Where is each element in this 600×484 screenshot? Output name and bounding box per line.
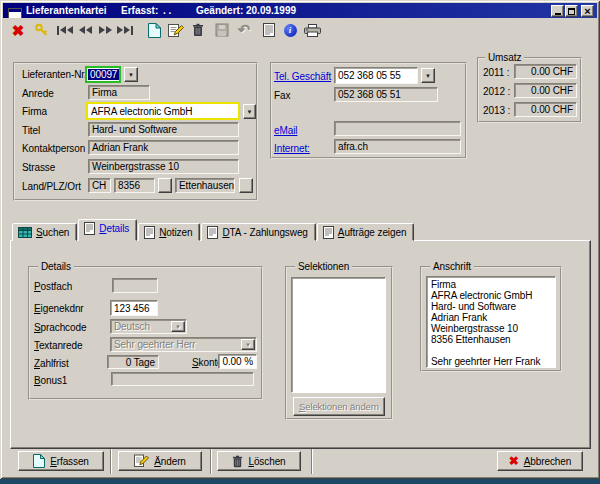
textanrede-combo[interactable]: Sehr geehrter Herr ▼ (110, 337, 257, 352)
info-button[interactable]: i (280, 19, 300, 41)
chevron-down-icon: ▼ (245, 342, 251, 348)
tab-auftraege-zeigen-label: Aufträge zeigen (338, 227, 407, 238)
tab-dta-zahlungsweg[interactable]: DTA - Zahlungsweg (201, 223, 315, 241)
firma-label: Firma (22, 106, 47, 117)
undo-button[interactable]: ↶ (233, 19, 255, 41)
umsatz-value-2012: 0.00 CHF (514, 83, 577, 98)
sprachcode-dropdown-button[interactable]: ▼ (171, 321, 185, 332)
cancel-icon: ✖ (12, 23, 25, 38)
anrede-field[interactable]: Firma (88, 85, 150, 100)
land-plz-ort-label: Land/PLZ/Ort (22, 181, 81, 192)
internet-link[interactable]: Internet: (274, 143, 310, 154)
previous-record-icon (79, 26, 85, 34)
umsatz-year-2012: 2012 : (483, 86, 510, 97)
new-document-icon (148, 23, 161, 38)
tel-dropdown-button[interactable]: ▼ (421, 68, 435, 83)
selektionen-listbox[interactable] (291, 277, 386, 393)
postfach-field[interactable] (112, 278, 158, 293)
bonus1-field[interactable] (111, 372, 254, 386)
umsatz-title: Umsatz (485, 52, 524, 63)
new-record-button[interactable] (143, 19, 165, 41)
anschrift-line: 8356 Ettenhausen (431, 334, 551, 345)
land-field[interactable]: CH (88, 178, 111, 193)
tab-details-label: Details (99, 223, 129, 234)
tel-geschaeft-field[interactable]: 052 368 05 55 (334, 67, 418, 84)
textanrede-value: Sehr geehrter Herr (114, 339, 196, 350)
tab-notizen-label: Notizen (159, 227, 192, 238)
next-record-button[interactable] (95, 19, 115, 41)
email-link[interactable]: eMail (274, 125, 297, 136)
erfassen-button[interactable]: Erfassen (18, 451, 104, 471)
save-button[interactable] (212, 19, 232, 41)
internet-field[interactable]: afra.ch (334, 139, 461, 154)
chevron-down-icon: ▼ (175, 324, 181, 330)
tel-geschaeft-link[interactable]: Tel. Geschäft (274, 71, 331, 82)
bonus1-label: Bonus1 (34, 375, 67, 386)
tab-notizen[interactable]: Notizen (138, 223, 200, 241)
lieferanten-nr-field[interactable]: 00097 (85, 66, 121, 83)
zahlfrist-label: Zahlfrist (34, 358, 69, 369)
titel-label: Titel (22, 125, 40, 136)
last-record-button[interactable] (115, 19, 135, 41)
edit-document-icon (168, 23, 184, 38)
anschrift-line: Weinbergstrasse 10 (431, 323, 551, 334)
abbrechen-button[interactable]: ✖ Abbrechen (497, 451, 583, 471)
firma-field[interactable]: AFRA electronic GmbH (86, 102, 240, 120)
close-button[interactable]: × (581, 5, 594, 17)
info-icon: i (284, 24, 297, 37)
tab-auftraege-zeigen[interactable]: Aufträge zeigen (317, 223, 415, 241)
anschrift-line: Sehr geehrter Herr Frank (431, 356, 551, 367)
lieferanten-nr-dropdown-button[interactable]: ▼ (124, 67, 138, 82)
eigenekdnr-field[interactable]: 123 456 (110, 300, 158, 316)
tab-suchen[interactable]: Suchen (12, 223, 77, 241)
maximize-button[interactable] (565, 5, 578, 17)
tab-dta-zahlungsweg-label: DTA - Zahlungsweg (222, 227, 307, 238)
minimize-button[interactable] (551, 5, 564, 17)
fax-field[interactable]: 052 368 05 51 (334, 87, 438, 102)
undo-icon: ↶ (238, 23, 251, 37)
textanrede-dropdown-button[interactable]: ▼ (241, 339, 255, 350)
previous-record-button[interactable] (75, 19, 95, 41)
document-icon (144, 226, 155, 239)
firma-dropdown-button[interactable]: ▼ (243, 104, 256, 119)
strasse-field[interactable]: Weinbergstrasse 10 (88, 159, 239, 174)
aendern-button[interactable]: Ändern (118, 451, 202, 471)
sprachcode-value: Deutsch (114, 321, 150, 332)
report-button[interactable] (259, 19, 279, 41)
zahlfrist-field[interactable]: 0 Tage (107, 355, 159, 369)
delete-record-button[interactable] (187, 19, 209, 41)
loeschen-button[interactable]: Löschen (217, 451, 301, 471)
eigenekdnr-label: Eigenekdnr (34, 303, 84, 314)
sprachcode-combo[interactable]: Deutsch ▼ (110, 319, 187, 334)
trash-icon (192, 23, 204, 37)
plz-field[interactable]: 8356 (114, 178, 155, 193)
selektionen-aendern-button[interactable]: Selektionen ändern (293, 397, 385, 416)
ort-lookup-button[interactable] (239, 178, 253, 193)
skonto-field[interactable]: 0.00 % (218, 354, 257, 369)
report-icon (263, 23, 275, 37)
table-icon (18, 227, 32, 238)
titel-field[interactable]: Hard- und Software (88, 122, 239, 137)
window-title: Lieferantenkartei (26, 5, 107, 16)
anschrift-line: Adrian Frank (431, 312, 551, 323)
print-button[interactable] (300, 19, 324, 41)
minimize-icon (555, 13, 561, 15)
anrede-label: Anrede (22, 88, 54, 99)
first-record-button[interactable] (55, 19, 75, 41)
edit-record-button[interactable] (165, 19, 187, 41)
key-button[interactable] (31, 19, 53, 41)
kontaktperson-field[interactable]: Adrian Frank (88, 140, 239, 155)
tab-details[interactable]: Details (78, 219, 137, 241)
toolbar: ✖ ↶ i (3, 18, 597, 44)
tab-suchen-label: Suchen (36, 227, 69, 238)
cancel-record-button[interactable]: ✖ (7, 19, 29, 41)
button-divider (110, 447, 112, 474)
key-icon (34, 22, 50, 38)
kontaktperson-label: Kontaktperson (22, 143, 85, 154)
ort-field[interactable]: Ettenhausen (175, 178, 235, 193)
print-icon (304, 24, 321, 37)
plz-lookup-button[interactable] (158, 178, 172, 193)
document-icon (323, 226, 334, 239)
email-field[interactable] (334, 121, 461, 136)
lieferanten-nr-label: Lieferanten-Nr. (22, 69, 87, 80)
